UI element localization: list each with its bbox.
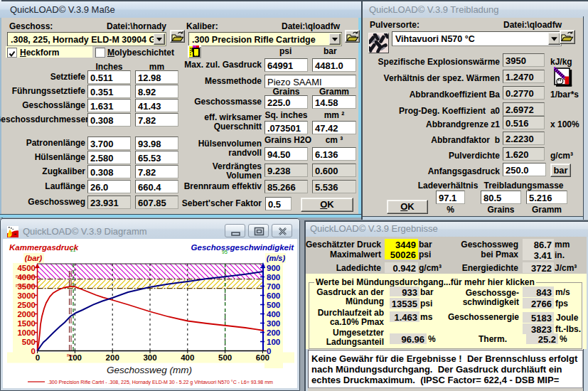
svg-text:z1: z1 [70,247,76,252]
svg-text:Pm: Pm [67,353,73,358]
svg-text:500: 500 [218,353,232,362]
svg-text:900: 900 [267,264,280,272]
svg-text:2500: 2500 [17,301,36,309]
svg-text:(bar): (bar) [25,254,43,262]
svg-text:400: 400 [267,310,280,318]
svg-text:.300 Precision Rifle Cartrl -: .300 Precision Rifle Cartrl - .308, 225,… [48,380,273,385]
svg-text:Kammergasdruck: Kammergasdruck [9,243,79,252]
svg-text:100: 100 [267,338,280,346]
svg-text:800: 800 [267,273,280,282]
svg-text:600: 600 [256,353,269,362]
svg-text:Geschossweg (mm): Geschossweg (mm) [107,365,192,375]
svg-text:700: 700 [267,282,280,291]
svg-text:1000: 1000 [17,328,36,337]
svg-text:300: 300 [143,353,156,362]
svg-text:1500: 1500 [17,319,36,328]
svg-text:200: 200 [267,328,280,337]
svg-text:Geschossgeschwindigkeit: Geschossgeschwindigkeit [191,243,295,252]
svg-text:4000: 4000 [17,273,36,282]
svg-text:300: 300 [267,319,280,328]
svg-text:4500: 4500 [17,264,36,272]
svg-text:(m/s): (m/s) [267,254,286,262]
svg-text:400: 400 [181,353,194,362]
svg-text:500: 500 [267,301,280,309]
svg-text:500: 500 [22,338,36,346]
svg-text:200: 200 [106,353,119,362]
svg-text:95: 95 [222,250,228,255]
svg-text:3000: 3000 [17,291,36,300]
svg-text:0: 0 [36,353,40,362]
svg-text:3500: 3500 [17,282,36,291]
svg-text:2000: 2000 [17,310,36,318]
svg-text:600: 600 [267,291,280,300]
